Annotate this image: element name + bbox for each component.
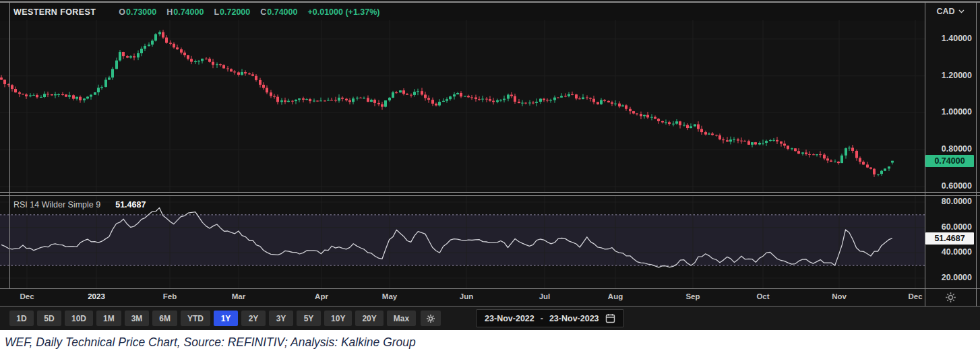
x-axis-label-jul: Jul xyxy=(539,292,551,300)
period-button-ytd[interactable]: YTD xyxy=(181,311,210,326)
x-axis-label-oct: Oct xyxy=(756,292,769,300)
x-axis-label-mar: Mar xyxy=(232,292,245,300)
rsi-label: RSI 14 Wilder Simple 9 xyxy=(13,200,100,209)
rsi-axis-label: 60.0000 xyxy=(925,222,975,232)
calendar-icon xyxy=(605,313,615,323)
date-axis[interactable]: Dec2023FebMarAprMayJunJulAugSepOctNovDec xyxy=(0,288,925,306)
price-axis-label: 0.60000 xyxy=(925,181,975,191)
period-button-2y[interactable]: 2Y xyxy=(241,311,266,326)
axis-divider xyxy=(0,288,980,289)
period-button-20y[interactable]: 20Y xyxy=(355,311,383,326)
x-axis-label-dec: Dec xyxy=(20,292,34,300)
caption: WEF, Daily Technical Price Chart, Source… xyxy=(0,330,980,355)
x-axis-label-nov: Nov xyxy=(832,292,847,300)
chart-header: WESTERN FOREST O0.73000H0.74000L0.72000C… xyxy=(0,3,925,21)
period-button-3m[interactable]: 3M xyxy=(125,311,150,326)
symbol-name: WESTERN FOREST xyxy=(13,7,96,17)
toolbar: 1D5D10D1M3M6MYTD1Y2Y3Y5Y10Y20YMax 23-Nov… xyxy=(0,306,980,330)
price-axis-label: 1.00000 xyxy=(925,107,975,117)
price-axis-label: 1.20000 xyxy=(925,71,975,80)
rsi-legend: RSI 14 Wilder Simple 9 51.4687 xyxy=(13,200,146,209)
plot-left-border xyxy=(9,3,10,288)
trading-chart-widget: WESTERN FOREST O0.73000H0.74000L0.72000C… xyxy=(0,0,980,330)
x-axis-label-apr: Apr xyxy=(315,292,328,300)
x-axis-label-jun: Jun xyxy=(460,292,473,300)
axis-left-border xyxy=(925,3,925,306)
price-chart-canvas[interactable] xyxy=(0,20,925,192)
period-button-10d[interactable]: 10D xyxy=(65,311,93,326)
gear-icon xyxy=(426,314,435,323)
currency-label: CAD xyxy=(936,7,954,16)
rsi-value-tag: 51.4687 xyxy=(925,232,974,245)
x-axis-label-feb: Feb xyxy=(163,292,177,300)
price-change: +0.01000 (+1.37%) xyxy=(307,7,379,17)
period-button-max[interactable]: Max xyxy=(387,311,416,326)
period-button-1y[interactable]: 1Y xyxy=(214,311,238,326)
period-button-1m[interactable]: 1M xyxy=(96,311,121,326)
ohlc-l: L0.72000 xyxy=(214,7,250,17)
ohlc-o: O0.73000 xyxy=(119,7,156,17)
x-axis-label-dec: Dec xyxy=(908,292,922,300)
rsi-axis-label: 20.0000 xyxy=(925,273,975,282)
price-axis-label: 1.40000 xyxy=(925,34,975,43)
date-to[interactable]: 23-Nov-2023 xyxy=(549,314,599,323)
rsi-chart-canvas[interactable] xyxy=(0,196,925,288)
x-axis-label-2023: 2023 xyxy=(88,292,105,300)
period-button-3y[interactable]: 3Y xyxy=(269,311,293,326)
period-button-6m[interactable]: 6M xyxy=(152,311,177,326)
gear-icon xyxy=(945,292,956,303)
caption-text: WEF, Daily Technical Price Chart, Source… xyxy=(5,335,416,350)
date-from[interactable]: 23-Nov-2022 xyxy=(485,314,534,323)
currency-dropdown[interactable]: CAD xyxy=(925,3,976,20)
date-separator: - xyxy=(541,314,543,323)
ohlc-c: C0.74000 xyxy=(260,7,297,17)
date-range-picker[interactable]: 23-Nov-2022 - 23-Nov-2023 xyxy=(476,309,623,327)
period-buttons: 1D5D10D1M3M6MYTD1Y2Y3Y5Y10Y20YMax xyxy=(9,311,419,326)
last-price-tag: 0.74000 xyxy=(925,155,974,167)
rsi-current-value: 51.4687 xyxy=(115,200,146,209)
price-axis-label: 0.80000 xyxy=(925,144,975,154)
x-axis-label-sep: Sep xyxy=(685,292,700,300)
rsi-axis-label: 40.0000 xyxy=(925,247,975,257)
ohlc-h: H0.74000 xyxy=(166,7,204,17)
period-button-10y[interactable]: 10Y xyxy=(324,311,352,326)
axis-settings-button[interactable] xyxy=(925,288,976,306)
chart-settings-button[interactable] xyxy=(421,311,441,326)
period-button-5d[interactable]: 5D xyxy=(37,311,61,326)
chevron-down-icon xyxy=(958,9,964,13)
rsi-axis-label: 80.0000 xyxy=(925,197,975,206)
x-axis-label-may: May xyxy=(382,292,397,300)
x-axis-label-aug: Aug xyxy=(608,292,623,300)
period-button-1d[interactable]: 1D xyxy=(9,311,34,326)
ohlc-legend: O0.73000H0.74000L0.72000C0.74000 xyxy=(119,7,307,17)
period-button-5y[interactable]: 5Y xyxy=(297,311,321,326)
right-edge-border xyxy=(976,3,977,306)
